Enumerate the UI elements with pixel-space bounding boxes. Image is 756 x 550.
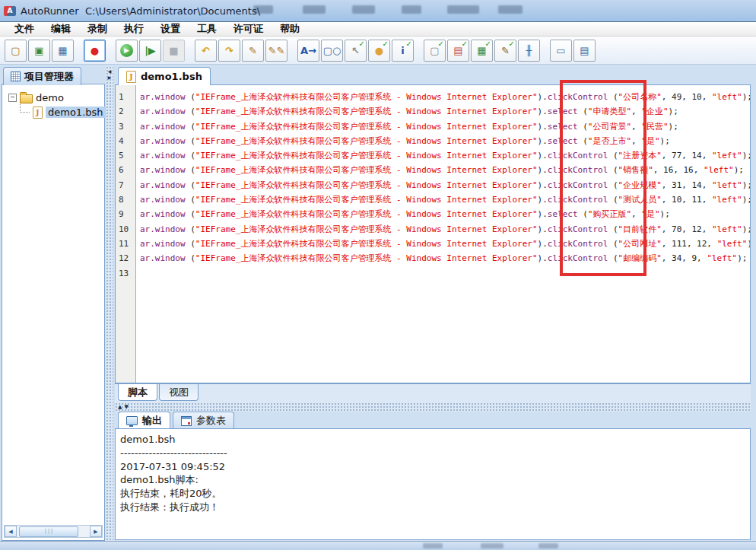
line-number: 9 [119, 207, 135, 221]
code-line: ar.window ("IEFrame_上海泽众软件科技有限公司客户管理系统 -… [140, 237, 750, 251]
code-line: ar.window ("IEFrame_上海泽众软件科技有限公司客户管理系统 -… [140, 134, 750, 148]
line-number: 4 [119, 134, 135, 148]
bsh-file-icon: J [33, 107, 43, 119]
tab-demo1-bsh[interactable]: J demo1.bsh [118, 67, 211, 85]
background-window-ghost [538, 543, 558, 548]
pointer-check-button[interactable]: ↖✓ [345, 40, 367, 62]
project-tree-panel: − demo J demo1.bsh ◀ ||| ▶ [2, 84, 105, 541]
tab-project-manager[interactable]: 项目管理器 [3, 67, 81, 85]
scroll-left-arrow-icon[interactable]: ◀ [5, 526, 17, 537]
collapse-left-icon[interactable]: ◀ [108, 68, 112, 75]
menu-bar: 文件编辑录制执行设置工具许可证帮助 [0, 22, 756, 37]
tab-output[interactable]: 输出 [118, 412, 170, 429]
menu-item-4[interactable]: 设置 [152, 22, 189, 36]
batch-edit-icon: ✎✎ [268, 46, 285, 56]
step-run-button[interactable]: |▶ [139, 40, 161, 62]
collapse-expander-icon[interactable]: − [8, 94, 17, 102]
distribute-button[interactable]: ╫ [518, 40, 540, 62]
line-number: 12 [119, 251, 135, 265]
tab-output-label: 输出 [142, 414, 162, 428]
scroll-right-arrow-icon[interactable]: ▶ [90, 526, 102, 537]
check-mark-icon: ✓ [462, 40, 468, 48]
output-line: 执行结果：执行成功！ [120, 501, 750, 514]
collapse-right-icon[interactable]: ▶ [108, 75, 112, 81]
collapse-up-icon[interactable]: ▲ [118, 404, 122, 410]
check-mark-icon: ✓ [509, 40, 515, 48]
line-number: 5 [119, 148, 135, 163]
line-number: 3 [119, 119, 135, 134]
window-bottom-border [0, 541, 756, 550]
edit-point-button[interactable]: ✎ [242, 40, 264, 62]
collapse-down-icon[interactable]: ▼ [124, 404, 128, 410]
new-script-button[interactable]: ▢ [5, 40, 27, 62]
redo-button[interactable]: ↷ [218, 40, 240, 62]
horizontal-splitter[interactable]: ▲ ▼ [115, 402, 751, 412]
region-check-button[interactable]: ▢✓ [424, 40, 446, 62]
tab-param-table-label: 参数表 [196, 414, 226, 428]
form-check-button[interactable]: ▤✓ [447, 40, 469, 62]
pen-check-button[interactable]: ✎✓ [494, 40, 516, 62]
page-search-button[interactable]: ▢○ [321, 40, 343, 62]
line-number-gutter: 12345678910111213 [116, 85, 136, 383]
output-tabbar: 输出 参数表 [115, 412, 751, 429]
annotation-rect [560, 80, 646, 276]
menu-item-2[interactable]: 录制 [79, 22, 116, 36]
vertical-splitter[interactable]: ◀ ▶ [106, 66, 113, 541]
step-run-icon: |▶ [145, 46, 156, 56]
batch-edit-button[interactable]: ✎✎ [265, 40, 287, 62]
scrollbar-thumb[interactable]: ||| [19, 526, 78, 537]
project-tree: − demo J demo1.bsh [2, 84, 104, 119]
tree-node-demo1[interactable]: J demo1.bsh [17, 105, 103, 119]
properties-icon: ▤ [580, 46, 589, 56]
tab-param-table[interactable]: 参数表 [173, 412, 234, 429]
run-button[interactable]: ▶ [116, 40, 138, 62]
table-check-button[interactable]: ▦✓ [471, 40, 493, 62]
undo-icon: ↶ [202, 46, 210, 56]
background-window-ghost [447, 5, 479, 14]
line-number: 1 [119, 90, 135, 104]
line-number: 11 [119, 237, 135, 251]
menu-item-6[interactable]: 许可证 [225, 22, 272, 36]
save-button[interactable]: ▦ [52, 40, 74, 62]
run-icon: ▶ [120, 44, 133, 57]
menu-item-0[interactable]: 文件 [6, 22, 43, 36]
distribute-icon: ╫ [526, 46, 532, 56]
record-button[interactable]: ● [84, 40, 106, 62]
line-number: 6 [119, 163, 135, 177]
code-line: ar.window ("IEFrame_上海泽众软件科技有限公司客户管理系统 -… [140, 104, 750, 119]
undo-button[interactable]: ↶ [195, 40, 217, 62]
output-line: 执行结束，耗时20秒。 [120, 487, 750, 501]
tab-view[interactable]: 视图 [159, 384, 199, 401]
line-number: 7 [119, 178, 135, 192]
info-check-button[interactable]: i✓ [392, 40, 414, 62]
tree-node-label: demo [36, 92, 64, 103]
font-replace-button[interactable]: A→ [297, 40, 319, 62]
import-script-button[interactable]: ▣ [28, 40, 50, 62]
project-horizontal-scrollbar[interactable]: ◀ ||| ▶ [4, 525, 103, 538]
script-editor[interactable]: 12345678910111213 ar.window ("IEFrame_上海… [115, 84, 751, 383]
background-window-ghost [498, 5, 523, 14]
properties-button[interactable]: ▤ [573, 40, 596, 62]
line-number: 2 [119, 104, 135, 119]
output-line: 2017-07-31 09:45:52 [120, 460, 750, 474]
tree-node-demo[interactable]: − demo [8, 91, 103, 105]
comment-button[interactable]: ▭ [550, 40, 572, 62]
menu-item-7[interactable]: 帮助 [272, 22, 308, 36]
menu-item-1[interactable]: 编辑 [43, 22, 79, 36]
project-manager-icon [11, 72, 21, 81]
tab-script[interactable]: 脚本 [118, 384, 157, 401]
code-line: ar.window ("IEFrame_上海泽众软件科技有限公司客户管理系统 -… [140, 163, 750, 177]
scrollbar-track[interactable]: ||| [17, 526, 90, 537]
table-icon [181, 416, 192, 426]
app-logo-icon: A [4, 6, 16, 16]
coin-check-button[interactable]: ●✓ [368, 40, 390, 62]
check-mark-icon: ✓ [406, 40, 412, 48]
check-mark-icon: ✓ [438, 40, 444, 48]
menu-item-3[interactable]: 执行 [116, 22, 152, 36]
import-script-icon: ▣ [34, 46, 43, 56]
background-window-ghost [352, 5, 375, 14]
menu-item-5[interactable]: 工具 [189, 22, 225, 36]
code-line: ar.window ("IEFrame_上海泽众软件科技有限公司客户管理系统 -… [140, 192, 750, 207]
code-line: ar.window ("IEFrame_上海泽众软件科技有限公司客户管理系统 -… [140, 222, 750, 237]
edit-point-icon: ✎ [249, 46, 257, 56]
